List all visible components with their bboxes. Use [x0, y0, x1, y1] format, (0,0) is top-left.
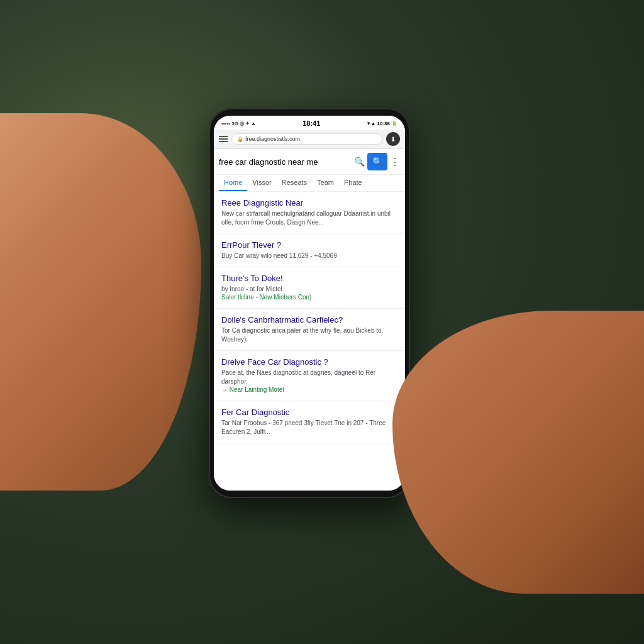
result-title-5[interactable]: Dreive Face Car Diagnostic ?	[221, 357, 397, 367]
search-icon-plain: 🔍	[354, 157, 365, 167]
hand-left	[0, 113, 201, 491]
phone-wrapper: ••••• 3G ◎ ✦ ▲ 18:41 ▾ ▲ 10:36 🔋	[209, 108, 410, 498]
hand-right	[392, 311, 644, 594]
result-item-1: Reee Diagngistic Near New car strfarcall…	[214, 192, 405, 234]
hamburger-menu[interactable]	[219, 136, 228, 142]
phone-screen: ••••• 3G ◎ ✦ ▲ 18:41 ▾ ▲ 10:36 🔋	[214, 116, 405, 491]
carrier-text: ••••• 3G	[221, 121, 238, 126]
clock: 18:41	[303, 119, 320, 127]
result-url-3: Saler tlcline - New Miebers Con)	[221, 294, 397, 301]
result-title-6[interactable]: Fer Car Diagnostic	[221, 408, 397, 417]
result-desc-6: Tar Nar Froobus - 367 pneed 3fiy Tlevet …	[221, 419, 397, 436]
result-desc-5: Pace at, the Naes diagnostic at dagnes, …	[221, 369, 397, 386]
scene: ••••• 3G ◎ ✦ ▲ 18:41 ▾ ▲ 10:36 🔋	[0, 0, 644, 644]
result-item-3: Thure's To Doke! by Inroo - at for Micte…	[214, 267, 405, 309]
wifi-icon-left: ▲	[251, 121, 256, 126]
tab-vissor[interactable]: Vissor	[247, 175, 276, 191]
result-desc-3: by Inroo - at for Mictel	[221, 285, 397, 294]
url-text: free.diagnostistls.com	[245, 136, 300, 142]
search-results: Reee Diagngistic Near New car strfarcall…	[214, 192, 405, 491]
status-bar: ••••• 3G ◎ ✦ ▲ 18:41 ▾ ▲ 10:36 🔋	[214, 116, 405, 130]
download-button[interactable]: ⬇	[386, 132, 400, 146]
download-icon: ⬇	[391, 136, 396, 143]
signal-icon: ▲	[371, 121, 376, 126]
result-item-6: Fer Car Diagnostic Tar Nar Froobus - 367…	[214, 401, 405, 443]
search-btn-icon: 🔍	[372, 157, 383, 167]
tab-phate[interactable]: Phate	[339, 175, 367, 191]
result-title-3[interactable]: Thure's To Doke!	[221, 274, 397, 283]
wifi-icon-right: ▾	[367, 121, 370, 126]
result-item-5: Dreive Face Car Diagnostic ? Pace at, th…	[214, 351, 405, 401]
tab-team[interactable]: Team	[312, 175, 339, 191]
phone-device: ••••• 3G ◎ ✦ ▲ 18:41 ▾ ▲ 10:36 🔋	[209, 108, 410, 498]
result-item-4: Dolle's Canbrhatrmatic Carfielec? Tor Ca…	[214, 309, 405, 351]
search-bar: 🔍 🔍 ⋮	[214, 149, 405, 175]
result-desc-4: Tor Ca diagnostic anca paler at the why …	[221, 326, 397, 344]
nav-tabs: Home Vissor Reseats Team Phate	[214, 175, 405, 192]
battery-icon: 🔋	[391, 121, 397, 126]
more-options-button[interactable]: ⋮	[390, 156, 400, 168]
search-input[interactable]	[219, 157, 352, 167]
right-time: 10:36	[377, 121, 390, 126]
result-desc-1: New car strfarcall mechulgnatand callogu…	[221, 209, 397, 227]
result-title-4[interactable]: Dolle's Canbrhatrmatic Carfielec?	[221, 315, 397, 325]
browser-bar: 🔒 free.diagnostistls.com ⬇	[214, 130, 405, 149]
url-bar[interactable]: 🔒 free.diagnostistls.com	[231, 133, 382, 145]
tab-home[interactable]: Home	[219, 175, 247, 191]
tab-reseats[interactable]: Reseats	[277, 175, 312, 191]
lock-icon: 🔒	[237, 136, 243, 142]
bluetooth-icon: ✦	[245, 121, 250, 126]
result-item-2: ErrPour Tlever ? Buy Car wray wilo need …	[214, 234, 405, 267]
status-right: ▾ ▲ 10:36 🔋	[367, 121, 397, 126]
location-icon: ◎	[240, 121, 244, 126]
status-left: ••••• 3G ◎ ✦ ▲	[221, 121, 256, 126]
result-url-5: → Near Lainting Motel	[221, 386, 397, 393]
search-button[interactable]: 🔍	[367, 153, 387, 170]
result-desc-2: Buy Car wray wilo need 11,629 - +4,5069	[221, 252, 397, 260]
result-title-1[interactable]: Reee Diagngistic Near	[221, 198, 397, 208]
result-title-2[interactable]: ErrPour Tlever ?	[221, 240, 397, 250]
